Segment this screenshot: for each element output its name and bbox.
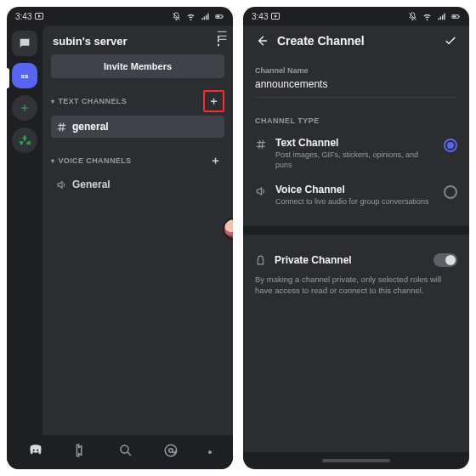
chat-icon (18, 37, 31, 50)
server-avatar-initials: ss (21, 72, 29, 80)
status-bar: 3:43 (7, 7, 233, 26)
text-category-label: TEXT CHANNELS (58, 97, 127, 105)
at-icon (163, 443, 178, 458)
bell-mute-icon (172, 12, 181, 21)
members-toggle-button[interactable]: ☰ (217, 29, 228, 42)
speaker-icon (56, 179, 67, 190)
signal-icon (437, 12, 446, 21)
status-bar: 3:43 (243, 7, 469, 26)
back-arrow-icon[interactable] (255, 34, 269, 48)
text-channels-category[interactable]: ▾ TEXT CHANNELS ＋ (51, 87, 224, 116)
channel-name-input[interactable]: announcements (255, 75, 457, 98)
discover-hub-button[interactable] (12, 128, 37, 153)
screen-server-channels: 3:43 ss subin's (7, 7, 233, 469)
channel-general-voice[interactable]: General (51, 173, 224, 196)
channel-list-panel: subin's server ⋮ Invite Members ▾ TEXT C… (42, 26, 233, 435)
invite-members-label: Invite Members (104, 61, 172, 71)
channel-general-label: general (72, 121, 109, 133)
bell-mute-icon (408, 12, 417, 21)
speaker-icon (255, 185, 267, 197)
battery-icon (451, 12, 461, 21)
confirm-check-button[interactable] (444, 34, 457, 48)
dm-button[interactable] (12, 31, 37, 56)
signal-icon (201, 12, 210, 21)
private-toggle-off[interactable] (434, 253, 457, 267)
status-time: 3:43 (15, 12, 31, 21)
plus-icon (19, 102, 31, 114)
svg-point-0 (24, 139, 26, 140)
youtube-icon (271, 13, 280, 20)
nav-search[interactable] (118, 443, 133, 462)
lock-icon (255, 255, 266, 266)
chevron-down-icon: ▾ (51, 157, 54, 165)
server-avatar[interactable]: ss (12, 63, 37, 88)
nav-mentions[interactable] (163, 443, 178, 462)
peek-user-avatar[interactable] (223, 218, 233, 240)
private-title: Private Channel (275, 254, 425, 266)
channel-name-label: Channel Name (255, 66, 457, 75)
add-voice-channel-button[interactable]: ＋ (207, 151, 224, 170)
create-channel-title: Create Channel (277, 34, 365, 48)
voice-category-label: VOICE CHANNELS (58, 156, 131, 165)
nav-friends[interactable] (73, 443, 88, 462)
invite-members-button[interactable]: Invite Members (51, 54, 224, 78)
channel-type-section-label: CHANNEL TYPE (255, 116, 457, 125)
voice-channel-label: General (72, 178, 110, 190)
screen-create-channel: 3:43 Create Channel Channel Name announc… (243, 7, 469, 469)
channel-general-text[interactable]: general (51, 116, 224, 138)
bottom-nav (7, 435, 233, 469)
chevron-down-icon: ▾ (51, 98, 54, 105)
private-channel-row[interactable]: Private Channel (255, 246, 457, 270)
add-text-channel-button[interactable]: ＋ (203, 90, 224, 112)
private-desc: By making a channel private, only select… (255, 270, 457, 297)
server-rail: ss (7, 26, 42, 435)
text-type-title: Text Channel (275, 137, 435, 149)
svg-point-3 (121, 445, 128, 453)
svg-point-2 (26, 143, 28, 144)
type-option-text[interactable]: Text Channel Post images, GIFs, stickers… (255, 130, 457, 177)
type-option-voice[interactable]: Voice Channel Connect to live audio for … (255, 177, 457, 214)
battery-icon (215, 12, 224, 21)
discord-icon (28, 443, 43, 458)
radio-voice-unselected[interactable] (444, 185, 457, 199)
nav-profile[interactable] (208, 450, 212, 454)
wifi-icon (422, 12, 432, 21)
hash-icon (56, 122, 67, 133)
wifi-icon (186, 12, 196, 21)
text-type-desc: Post images, GIFs, stickers, opinions, a… (275, 150, 435, 170)
add-server-button[interactable] (12, 95, 37, 121)
section-divider (243, 226, 469, 235)
active-server-indicator (7, 68, 9, 88)
server-title[interactable]: subin's server (53, 35, 128, 48)
hash-icon (255, 139, 267, 150)
nav-home[interactable] (28, 443, 43, 462)
friends-icon (73, 443, 88, 458)
radio-text-selected[interactable] (444, 139, 457, 152)
voice-type-desc: Connect to live audio for group conversa… (275, 197, 435, 207)
search-icon (118, 443, 133, 458)
voice-type-title: Voice Channel (275, 184, 435, 196)
hub-icon (19, 134, 31, 146)
svg-point-1 (20, 143, 22, 144)
voice-channels-category[interactable]: ▾ VOICE CHANNELS ＋ (51, 148, 224, 173)
status-time: 3:43 (252, 12, 268, 21)
gesture-bar (322, 459, 390, 462)
youtube-icon (35, 13, 43, 20)
